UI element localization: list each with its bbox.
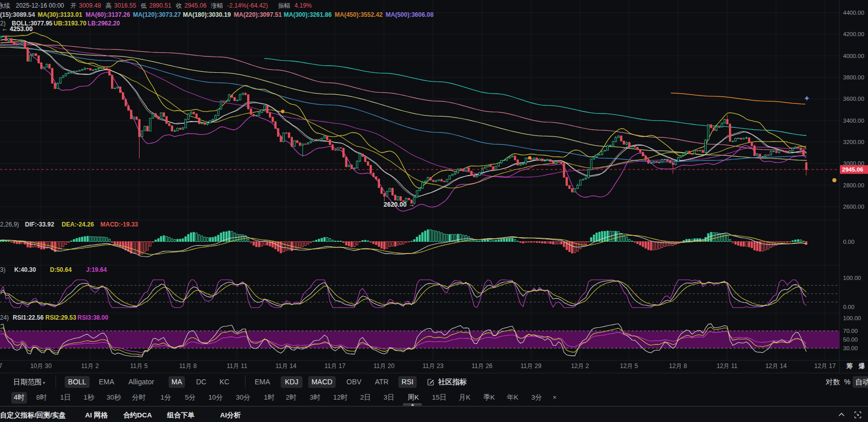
- svg-text:12月 17: 12月 17: [815, 362, 836, 370]
- svg-text:11月 23: 11月 23: [422, 362, 443, 370]
- svg-text:3600.00: 3600.00: [843, 96, 864, 102]
- svg-text:11月 2: 11月 2: [81, 362, 99, 370]
- svg-text:3400.00: 3400.00: [843, 118, 864, 124]
- svg-text:100.00: 100.00: [843, 275, 861, 281]
- svg-text:11月 8: 11月 8: [179, 362, 197, 370]
- svg-text:12月 5: 12月 5: [620, 362, 638, 370]
- svg-text:4400.00: 4400.00: [843, 10, 864, 16]
- svg-text:11月 26: 11月 26: [472, 362, 493, 370]
- svg-text:12月 8: 12月 8: [669, 362, 687, 370]
- svg-text:2600.00: 2600.00: [843, 204, 864, 210]
- svg-text:筹: 筹: [846, 362, 853, 370]
- svg-text:11月 29: 11月 29: [521, 362, 541, 370]
- svg-text:50.00: 50.00: [843, 336, 858, 343]
- svg-text:2800.00: 2800.00: [843, 182, 864, 188]
- svg-text:30.00: 30.00: [843, 345, 858, 351]
- svg-text:11月 20: 11月 20: [373, 362, 394, 370]
- svg-text:70.00: 70.00: [843, 328, 858, 334]
- svg-text:12月 14: 12月 14: [765, 362, 786, 370]
- svg-text:12月 11: 12月 11: [717, 362, 738, 370]
- svg-text:3800.00: 3800.00: [843, 74, 864, 80]
- svg-text:27: 27: [0, 362, 3, 370]
- svg-text:11月 11: 11月 11: [227, 362, 248, 370]
- svg-text:4000.00: 4000.00: [843, 53, 864, 59]
- svg-text:11月 5: 11月 5: [130, 362, 148, 370]
- svg-text:0.00: 0.00: [843, 239, 854, 245]
- svg-text:0.00: 0.00: [843, 304, 854, 310]
- svg-text:12月 2: 12月 2: [571, 362, 589, 370]
- svg-text:10月 30: 10月 30: [30, 362, 51, 370]
- svg-text:2945.06: 2945.06: [842, 166, 863, 173]
- svg-text:11月 17: 11月 17: [324, 362, 345, 370]
- svg-text:3200.00: 3200.00: [843, 139, 864, 145]
- svg-text:爆: 爆: [858, 362, 865, 370]
- svg-text:100.00: 100.00: [843, 315, 861, 321]
- svg-text:11月 14: 11月 14: [276, 362, 296, 370]
- svg-text:4200.00: 4200.00: [843, 31, 864, 37]
